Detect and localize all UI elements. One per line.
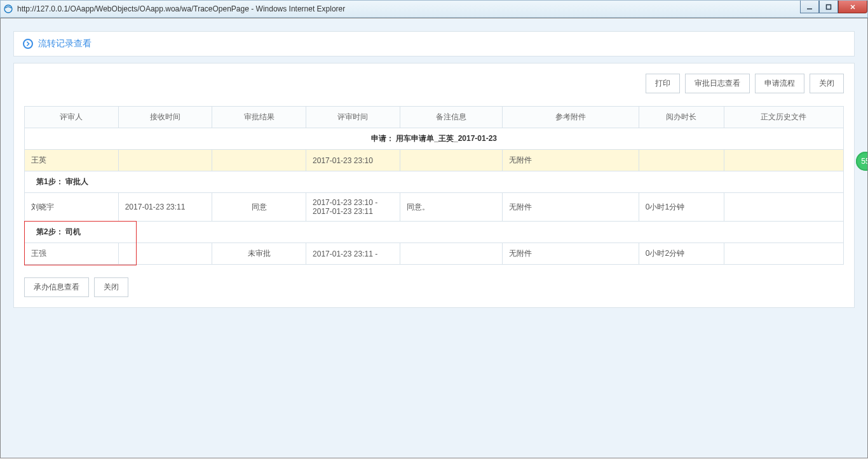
ie-icon xyxy=(3,4,13,14)
cell-duration: 0小时1分钟 xyxy=(639,193,724,222)
minimize-button[interactable] xyxy=(800,1,819,13)
cell-approve-result: 未审批 xyxy=(212,243,306,265)
table-title: 申请： 用车申请单_王英_2017-01-23 xyxy=(25,128,844,150)
close-button[interactable]: 关闭 xyxy=(810,74,844,93)
cell-history-file xyxy=(724,150,843,171)
step1-header-row: 第1步： 审批人 xyxy=(25,171,844,193)
cell-history-file xyxy=(724,243,843,265)
cell-receive-time: 2017-01-23 23:11 xyxy=(118,193,212,222)
col-attachment: 参考附件 xyxy=(502,107,639,128)
cell-review-time: 2017-01-23 23:10 - 2017-01-23 23:11 xyxy=(306,193,400,222)
table-row-highlight: 王英 2017-01-23 23:10 无附件 xyxy=(25,150,844,171)
col-reviewer: 评审人 xyxy=(25,107,119,128)
cell-attachment: 无附件 xyxy=(502,243,639,265)
col-remark: 备注信息 xyxy=(400,107,502,128)
col-receive-time: 接收时间 xyxy=(118,107,212,128)
side-badge[interactable]: 55 xyxy=(856,152,868,171)
table-row-step1: 刘晓宇 2017-01-23 23:11 同意 2017-01-23 23:10… xyxy=(25,193,844,222)
apply-flow-button[interactable]: 申请流程 xyxy=(755,74,804,93)
window-titlebar: http://127.0.0.1/OAapp/WebObjects/OAapp.… xyxy=(0,0,868,18)
print-button[interactable]: 打印 xyxy=(646,74,680,93)
cell-review-time: 2017-01-23 23:11 - xyxy=(306,243,400,265)
cell-history-file xyxy=(724,193,843,222)
handle-info-button[interactable]: 承办信息查看 xyxy=(24,277,89,297)
audit-log-button[interactable]: 审批日志查看 xyxy=(685,74,750,93)
page-title: 流转记录查看 xyxy=(38,38,92,50)
col-review-time: 评审时间 xyxy=(306,107,400,128)
table-row-step2: 王强 未审批 2017-01-23 23:11 - 无附件 0小时2分钟 xyxy=(25,243,844,265)
step2-label: 第2步： 司机 xyxy=(25,222,844,243)
svg-rect-2 xyxy=(827,4,831,9)
toolbar-bottom: 承办信息查看 关闭 xyxy=(24,277,844,297)
cell-remark xyxy=(400,243,502,265)
col-duration: 阅办时长 xyxy=(639,107,724,128)
svg-point-0 xyxy=(4,5,12,13)
table-title-row: 申请： 用车申请单_王英_2017-01-23 xyxy=(25,128,844,150)
cell-duration xyxy=(639,150,724,171)
toolbar-top: 打印 审批日志查看 申请流程 关闭 xyxy=(24,74,844,93)
cell-review-time: 2017-01-23 23:10 xyxy=(306,150,400,171)
window-controls xyxy=(800,1,867,13)
step2-header-row: 第2步： 司机 xyxy=(25,222,844,243)
cell-approve-result xyxy=(212,150,306,171)
cell-reviewer: 刘晓宇 xyxy=(25,193,119,222)
close-window-button[interactable] xyxy=(838,1,867,13)
cell-attachment: 无附件 xyxy=(502,193,639,222)
col-approve-result: 审批结果 xyxy=(212,107,306,128)
arrow-right-icon xyxy=(23,39,33,49)
content-card: 打印 审批日志查看 申请流程 关闭 申请： 用车申请单_王英_2017-01-2… xyxy=(13,63,855,308)
flow-table: 申请： 用车申请单_王英_2017-01-23 评审人 接收时间 审批结果 评审… xyxy=(24,106,844,265)
cell-attachment: 无附件 xyxy=(502,150,639,171)
step1-label: 第1步： 审批人 xyxy=(25,171,844,193)
cell-remark xyxy=(400,150,502,171)
table-wrapper: 申请： 用车申请单_王英_2017-01-23 评审人 接收时间 审批结果 评审… xyxy=(24,106,844,265)
cell-receive-time xyxy=(118,150,212,171)
cell-reviewer: 王强 xyxy=(25,243,119,265)
table-header-row: 评审人 接收时间 审批结果 评审时间 备注信息 参考附件 阅办时长 正文历史文件 xyxy=(25,107,844,128)
close-button-bottom[interactable]: 关闭 xyxy=(94,277,128,297)
page-header: 流转记录查看 xyxy=(13,31,855,57)
cell-remark: 同意。 xyxy=(400,193,502,222)
cell-reviewer: 王英 xyxy=(25,150,119,171)
cell-receive-time xyxy=(118,243,212,265)
badge-value: 55 xyxy=(861,157,868,166)
cell-approve-result: 同意 xyxy=(212,193,306,222)
col-history-file: 正文历史文件 xyxy=(724,107,843,128)
maximize-button[interactable] xyxy=(819,1,838,13)
window-title: http://127.0.0.1/OAapp/WebObjects/OAapp.… xyxy=(17,4,345,13)
cell-duration: 0小时2分钟 xyxy=(639,243,724,265)
page-viewport: 流转记录查看 打印 审批日志查看 申请流程 关闭 申请： 用车申请单_王英_20… xyxy=(0,18,868,458)
